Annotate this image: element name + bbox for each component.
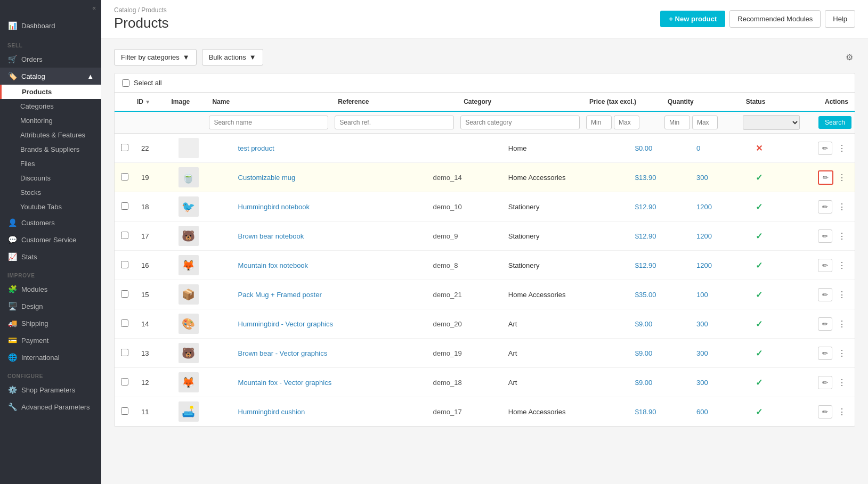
row-checkbox[interactable]: [121, 290, 128, 298]
sidebar-item-customers[interactable]: 👤 Customers: [0, 214, 101, 231]
title-area: Catalog / Products Products: [114, 6, 169, 31]
product-name-link[interactable]: Customizable mug: [238, 174, 296, 182]
edit-button[interactable]: ✏: [818, 288, 832, 301]
product-name-link[interactable]: Pack Mug + Framed poster: [238, 291, 322, 299]
chevron-up-icon: ▲: [87, 72, 94, 80]
help-button[interactable]: Help: [825, 10, 855, 28]
more-actions-button[interactable]: ⋮: [835, 171, 848, 184]
search-ref-input[interactable]: [335, 116, 454, 129]
recommended-modules-button[interactable]: Recommended Modules: [729, 10, 821, 28]
product-name-link[interactable]: Mountain fox notebook: [238, 261, 309, 269]
row-checkbox[interactable]: [121, 378, 128, 385]
table-row: 19 🍵 Customizable mug demo_14 Home Acces…: [115, 163, 855, 192]
select-all-checkbox[interactable]: [122, 79, 129, 87]
sidebar-item-stats[interactable]: 📈 Stats: [0, 248, 101, 265]
qty-min-input[interactable]: [664, 116, 690, 129]
th-name[interactable]: Name: [206, 93, 331, 111]
new-product-button[interactable]: + New product: [660, 11, 725, 27]
qty-max-input[interactable]: [692, 116, 718, 129]
product-name-link[interactable]: Mountain fox - Vector graphics: [238, 379, 332, 387]
status-select[interactable]: Enabled Disabled: [743, 115, 800, 130]
table-row: 16 🦊 Mountain fox notebook demo_8 Statio…: [115, 251, 855, 280]
row-checkbox[interactable]: [121, 349, 128, 356]
sidebar-sub-brands[interactable]: Brands & Suppliers: [0, 142, 101, 157]
row-checkbox[interactable]: [121, 173, 128, 181]
advanced-icon: 🔧: [7, 403, 17, 411]
sidebar-sub-discounts[interactable]: Discounts: [0, 171, 101, 185]
product-name-link[interactable]: Brown bear - Vector graphics: [238, 349, 328, 357]
th-price: Price (tax excl.): [583, 93, 661, 111]
more-actions-button[interactable]: ⋮: [835, 318, 848, 330]
sort-arrow-id: ▼: [145, 99, 150, 105]
more-actions-button[interactable]: ⋮: [835, 201, 848, 213]
product-name-link[interactable]: Hummingbird cushion: [238, 408, 305, 416]
product-name-link[interactable]: Hummingbird - Vector graphics: [238, 320, 333, 328]
sidebar-item-advanced[interactable]: 🔧 Advanced Parameters: [0, 398, 101, 415]
sidebar-sub-stocks[interactable]: Stocks: [0, 185, 101, 200]
sidebar-sub-monitoring[interactable]: Monitoring: [0, 113, 101, 128]
sidebar-sub-products[interactable]: Products: [0, 85, 101, 99]
row-checkbox[interactable]: [121, 202, 128, 210]
search-button[interactable]: Search: [818, 116, 851, 129]
row-checkbox[interactable]: [121, 319, 128, 327]
edit-button[interactable]: ✏: [818, 259, 832, 272]
edit-button[interactable]: ✏: [818, 142, 832, 155]
th-quantity: Quantity: [661, 93, 740, 111]
sidebar-item-customer-service[interactable]: 💬 Customer Service: [0, 231, 101, 248]
table-row: 13 🐻 Brown bear - Vector graphics demo_1…: [115, 339, 855, 368]
product-image: [179, 138, 199, 158]
settings-icon-button[interactable]: ⚙: [843, 50, 855, 64]
page-title: Products: [114, 15, 169, 31]
bulk-actions-button[interactable]: Bulk actions ▼: [202, 49, 263, 65]
sidebar-sub-categories[interactable]: Categories: [0, 99, 101, 113]
sidebar-sub-youtube[interactable]: Youtube Tabs: [0, 200, 101, 214]
sidebar-item-dashboard[interactable]: 📊 Dashboard: [0, 16, 101, 35]
filter-by-categories-button[interactable]: Filter by categories ▼: [114, 49, 197, 65]
more-actions-button[interactable]: ⋮: [835, 142, 848, 154]
row-checkbox[interactable]: [121, 261, 128, 268]
row-checkbox[interactable]: [121, 144, 128, 151]
top-buttons: + New product Recommended Modules Help: [660, 10, 855, 28]
product-name-link[interactable]: Brown bear notebook: [238, 232, 304, 240]
price-min-input[interactable]: [586, 116, 612, 129]
sidebar-item-international[interactable]: 🌐 International: [0, 349, 101, 366]
sidebar-item-shop-params[interactable]: ⚙️ Shop Parameters: [0, 381, 101, 398]
row-checkbox[interactable]: [121, 407, 128, 415]
sidebar-item-payment[interactable]: 💳 Payment: [0, 332, 101, 349]
edit-button[interactable]: ✏: [818, 200, 832, 214]
product-name-link[interactable]: Hummingbird notebook: [238, 203, 310, 211]
sidebar: « 📊 Dashboard SELL 🛒 Orders 🏷️ Catalog ▲…: [0, 0, 101, 484]
more-actions-button[interactable]: ⋮: [835, 347, 848, 359]
more-actions-button[interactable]: ⋮: [835, 230, 848, 242]
sidebar-item-orders[interactable]: 🛒 Orders: [0, 51, 101, 68]
product-image: 🐻: [179, 343, 199, 363]
table-row: 18 🐦 Hummingbird notebook demo_10 Statio…: [115, 192, 855, 222]
sidebar-item-design[interactable]: 🖥️ Design: [0, 298, 101, 315]
edit-button[interactable]: ✏: [818, 376, 832, 389]
product-name-link[interactable]: test product: [238, 144, 274, 152]
sidebar-item-modules[interactable]: 🧩 Modules: [0, 281, 101, 298]
more-actions-button[interactable]: ⋮: [835, 406, 848, 418]
edit-button[interactable]: ✏: [818, 317, 832, 331]
status-check-icon: ✓: [756, 202, 762, 211]
collapse-button[interactable]: «: [0, 0, 101, 16]
payment-icon: 💳: [7, 336, 17, 344]
product-image: 🦊: [179, 372, 199, 392]
more-actions-button[interactable]: ⋮: [835, 289, 848, 301]
edit-button[interactable]: ✏: [818, 347, 832, 360]
price-max-input[interactable]: [614, 116, 639, 129]
th-id[interactable]: ID ▼: [131, 93, 165, 111]
sidebar-item-catalog[interactable]: 🏷️ Catalog ▲: [0, 68, 101, 85]
actions-cell: ✏ ⋮: [783, 376, 848, 389]
more-actions-button[interactable]: ⋮: [835, 259, 848, 272]
edit-button[interactable]: ✏: [818, 229, 832, 243]
sidebar-sub-attributes[interactable]: Attributes & Features: [0, 128, 101, 142]
edit-button[interactable]: ✏: [818, 405, 832, 419]
sidebar-sub-files[interactable]: Files: [0, 157, 101, 171]
sidebar-item-shipping[interactable]: 🚚 Shipping: [0, 315, 101, 332]
row-checkbox[interactable]: [121, 232, 128, 239]
edit-button[interactable]: ✏: [818, 170, 833, 185]
search-name-input[interactable]: [209, 116, 328, 129]
search-category-input[interactable]: [460, 116, 580, 129]
more-actions-button[interactable]: ⋮: [835, 376, 848, 389]
